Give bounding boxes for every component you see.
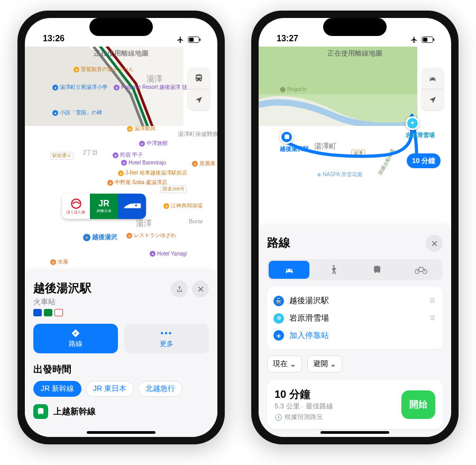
map-poi[interactable]: ●江神共同浴場 [163, 202, 203, 209]
airplane-icon [176, 36, 185, 43]
status-icons [176, 36, 202, 43]
phone-right: 13:27 正在使用離線地圖 [251, 11, 459, 444]
clock-icon: 🕓 [274, 414, 282, 421]
map-poi[interactable]: ●Hotel Bareviraju [121, 160, 166, 166]
svg-point-14 [415, 269, 419, 273]
close-button[interactable] [426, 235, 443, 252]
map-area-label: 2丁目 [83, 149, 98, 157]
transit-mode-button[interactable] [188, 68, 210, 89]
line-row[interactable]: 上越新幹線 [33, 404, 209, 419]
map-poi[interactable]: ●民宿 甲子 [113, 151, 143, 159]
svg-rect-1 [199, 39, 200, 41]
tab-bike[interactable] [400, 261, 441, 279]
line-name: 上越新幹線 [53, 406, 96, 417]
map-poi[interactable]: ●湯澤郵局 [127, 125, 155, 132]
origin-dot-icon: 🚆 [273, 296, 284, 306]
map-poi[interactable]: ●水屋 [50, 258, 68, 266]
place-subtitle: 火車站 [33, 297, 91, 307]
drag-handle-icon[interactable]: ≡ [429, 295, 436, 306]
phone-left: 13:26 正在使用離線地圖 [17, 11, 225, 444]
locate-button[interactable] [422, 89, 444, 110]
route-note: 🕓根據預測路況 [274, 413, 333, 422]
home-indicator [321, 431, 389, 434]
map-poi[interactable]: ●小説「雪国」の碑 [52, 109, 102, 116]
eta-badge: 10 分鐘 [407, 153, 441, 168]
airplane-icon [410, 36, 418, 43]
add-stop-row[interactable]: + 加入停靠站 [273, 327, 436, 344]
svg-rect-9 [433, 39, 434, 41]
tab-walk[interactable] [313, 261, 353, 279]
status-time: 13:26 [43, 34, 65, 43]
mode-tabs [267, 259, 443, 280]
map-poi: 湯澤町保健醫療 [178, 130, 217, 138]
start-button[interactable]: 開始 [401, 390, 435, 419]
drag-handle-icon[interactable]: ≡ [429, 313, 436, 324]
close-icon [197, 286, 204, 293]
home-indicator [87, 431, 155, 434]
stop-origin[interactable]: 🚆 越後湯沢駅 ≡ [273, 292, 436, 309]
route-detail: 5.3 公里 · 最佳路線 [274, 402, 333, 411]
station-lines-card[interactable]: ほくほく線 JRJR東日本 [62, 194, 146, 219]
map-controls [422, 68, 444, 110]
directions-sheet: 路線 🚆 越後湯沢駅 ≡ ❄ 岩原滑雪場 ≡ [259, 226, 451, 437]
origin-pin[interactable]: 越後湯沢駅 [280, 130, 309, 153]
route-result-card[interactable]: 10 分鐘 5.3 公里 · 最佳路線 🕓根據預測路況 開始 [267, 380, 443, 429]
departures-heading: 出發時間 [33, 363, 209, 376]
station-label[interactable]: 🚆越後湯沢 [83, 233, 117, 242]
offline-banner: 正在使用離線地圖 [259, 47, 451, 60]
bike-icon [415, 266, 427, 274]
map-poi[interactable]: ●聖籠観音の湯ざぶーん [74, 66, 134, 73]
svg-point-7 [135, 204, 137, 206]
svg-rect-10 [423, 38, 427, 41]
stops-card: 🚆 越後湯沢駅 ≡ ❄ 岩原滑雪場 ≡ + 加入停靠站 [267, 287, 443, 349]
map-controls [188, 68, 210, 110]
stop-dest[interactable]: ❄ 岩原滑雪場 ≡ [273, 309, 436, 327]
train-icon [33, 404, 48, 419]
drive-mode-button[interactable] [422, 68, 444, 89]
walk-icon [329, 265, 337, 275]
map-road-label: 駅前通り [50, 152, 74, 160]
offline-banner: 正在使用離線地圖 [25, 47, 217, 60]
avoid-button[interactable]: 避開 ⌄ [307, 355, 342, 372]
status-icons [410, 36, 435, 43]
route-duration: 10 分鐘 [274, 387, 333, 402]
map-poi[interactable]: ●中澤旅館 [139, 140, 168, 147]
dest-pin[interactable]: 岩原滑雪場 [406, 116, 435, 139]
transit-icon [372, 265, 382, 275]
dynamic-island [89, 18, 153, 36]
map-poi[interactable]: ●湯澤町立舊湯澤小學 [52, 84, 107, 91]
chip-hokuetsu[interactable]: 北越急行 [138, 381, 182, 397]
locate-button[interactable] [188, 89, 210, 110]
map-poi[interactable]: ●中野屋 Soba 處湯澤店 [107, 179, 167, 186]
directions-icon [71, 329, 80, 338]
map-poi[interactable]: ●J-Net 租車越後湯澤駅前店 [118, 169, 187, 177]
chip-jreast[interactable]: JR 東日本 [86, 381, 134, 397]
close-button[interactable] [192, 280, 209, 297]
map-poi[interactable]: ●Purpose Resort 越後湯澤 毬 [114, 84, 187, 91]
directions-button[interactable]: 路線 [33, 324, 118, 353]
line-filter-chips: JR 新幹線 JR 東日本 北越急行 [33, 381, 209, 397]
tab-transit[interactable] [356, 261, 397, 279]
place-sheet: 越後湯沢駅 火車站 路線 ••• 更多 [25, 272, 217, 437]
map-area[interactable]: 正在使用離線地圖 湯澤 湯澤 2丁目 駅前通り 国道268号 ●聖籠観音の湯ざぶ… [25, 47, 217, 272]
share-button[interactable] [171, 280, 188, 297]
tab-drive[interactable] [269, 261, 309, 279]
line-mini-badges [33, 309, 91, 316]
car-icon [283, 266, 295, 274]
more-button[interactable]: ••• 更多 [124, 324, 209, 353]
place-title: 越後湯沢駅 [33, 280, 91, 296]
map-poi[interactable]: ●居酒屋 山新 [192, 160, 217, 167]
screen-left: 13:26 正在使用離線地圖 [25, 18, 217, 437]
dest-dot-icon: ❄ [273, 313, 284, 324]
map-poi[interactable]: ●レストランゆざわ [126, 232, 176, 239]
map-poi: Burar [189, 218, 203, 224]
share-icon [176, 285, 184, 293]
depart-now-button[interactable]: 現在 ⌄ [267, 355, 302, 372]
battery-icon [188, 36, 202, 43]
map-poi[interactable]: ●Hotel Yanagi [150, 251, 187, 257]
svg-rect-2 [189, 38, 194, 41]
ellipsis-icon: ••• [161, 329, 173, 338]
svg-point-15 [423, 269, 427, 273]
chip-shinkansen[interactable]: JR 新幹線 [33, 381, 81, 397]
map-area[interactable]: 正在使用離線地圖 越後湯沢駅 岩原滑雪場 10 分鐘 湯澤町 ⬤ Noguchi… [259, 47, 451, 226]
